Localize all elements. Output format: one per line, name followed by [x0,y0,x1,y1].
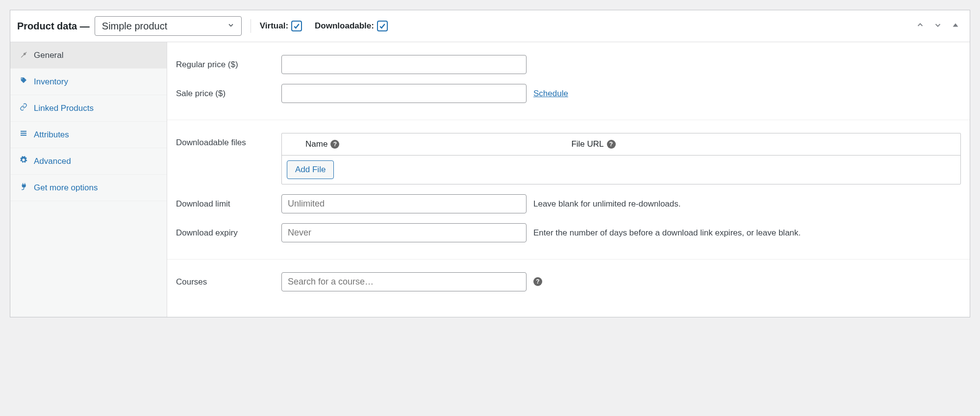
tab-get-more-options[interactable]: Get more options [10,175,167,201]
sale-price-row: Sale price ($) Schedule [176,79,961,108]
courses-label: Courses [176,272,281,287]
product-type-select[interactable]: Simple product [95,16,242,36]
wrench-icon [19,50,28,60]
tab-content: Regular price ($) Sale price ($) Schedul… [167,42,970,317]
courses-search-input[interactable] [281,272,527,291]
list-icon [19,130,28,140]
panel-header: Product data — Simple product Virtual: D… [10,10,970,42]
add-file-button[interactable]: Add File [287,160,334,179]
product-data-panel: Product data — Simple product Virtual: D… [10,10,970,317]
sale-price-input[interactable] [281,84,527,103]
download-expiry-label: Download expiry [176,223,281,238]
download-limit-label: Download limit [176,194,281,209]
gear-icon [19,156,28,166]
downloadable-files-table: Name ? File URL ? Add File [281,133,961,184]
sale-price-label: Sale price ($) [176,84,281,99]
help-icon[interactable]: ? [533,277,542,286]
plug-icon [19,182,28,193]
tab-inventory[interactable]: Inventory [10,69,167,95]
link-icon [19,103,28,113]
help-icon[interactable]: ? [607,140,616,149]
tabs-sidebar: General Inventory Linked Products Attrib… [10,42,167,317]
tab-linked-products[interactable]: Linked Products [10,95,167,122]
virtual-checkbox[interactable] [291,21,302,31]
svg-rect-3 [21,135,26,136]
panel-title: Product data — [17,21,90,32]
downloads-block: Downloadable files Name ? File URL ? [167,120,970,259]
download-expiry-input[interactable] [281,223,527,242]
product-type-select-wrap: Simple product [95,16,242,36]
svg-rect-2 [21,133,26,134]
tag-icon [19,77,28,87]
downloadable-files-label: Downloadable files [176,133,281,148]
schedule-link[interactable]: Schedule [533,89,568,98]
col-url-label: File URL [571,139,603,149]
tab-advanced[interactable]: Advanced [10,148,167,175]
virtual-checkbox-label[interactable]: Virtual: [260,21,302,31]
regular-price-row: Regular price ($) [176,50,961,79]
download-limit-help: Leave blank for unlimited re-downloads. [527,194,961,209]
divider [251,19,251,33]
col-name-label: Name [305,139,327,149]
toggle-panel-button[interactable] [948,18,963,34]
courses-row: Courses ? [176,267,961,296]
downloadable-checkbox-label[interactable]: Downloadable: [315,21,388,31]
regular-price-input[interactable] [281,55,527,74]
download-limit-row: Download limit Leave blank for unlimited… [176,189,961,218]
pricing-block: Regular price ($) Sale price ($) Schedul… [167,42,970,120]
downloadable-files-row: Downloadable files Name ? File URL ? [176,128,961,189]
svg-marker-0 [953,23,958,26]
move-down-button[interactable] [930,18,945,34]
tab-attributes[interactable]: Attributes [10,122,167,148]
move-up-button[interactable] [913,18,928,34]
regular-price-label: Regular price ($) [176,55,281,70]
panel-controls [913,18,963,34]
help-icon[interactable]: ? [330,140,339,149]
tab-general[interactable]: General [10,42,167,69]
files-table-head: Name ? File URL ? [282,133,960,156]
download-expiry-row: Download expiry Enter the number of days… [176,218,961,247]
panel-body: General Inventory Linked Products Attrib… [10,42,970,317]
download-expiry-help: Enter the number of days before a downlo… [527,223,961,238]
downloadable-checkbox[interactable] [377,21,388,31]
svg-rect-1 [21,131,26,132]
download-limit-input[interactable] [281,194,527,213]
courses-block: Courses ? [167,259,970,308]
